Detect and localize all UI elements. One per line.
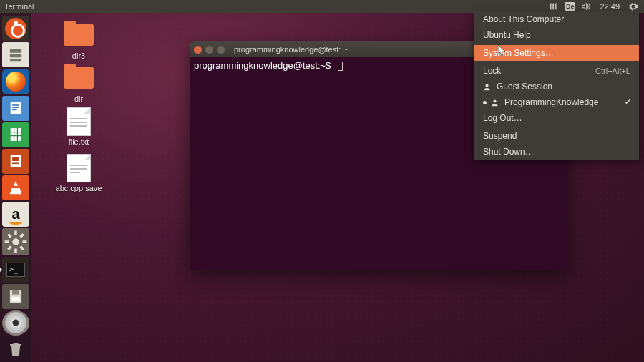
- launcher-dvd[interactable]: [2, 310, 29, 336]
- desktop-file-txt[interactable]: file.txt: [50, 107, 107, 146]
- svg-rect-9: [12, 157, 19, 162]
- svg-rect-12: [12, 290, 19, 295]
- launcher-impress[interactable]: [2, 149, 29, 174]
- menu-item-label: Lock: [483, 66, 501, 76]
- svg-rect-1: [10, 54, 21, 57]
- svg-rect-7: [11, 128, 21, 141]
- amazon-icon: a: [11, 206, 19, 222]
- svg-rect-4: [12, 104, 19, 106]
- svg-point-15: [493, 99, 496, 102]
- menu-item-label: Shut Down…: [483, 147, 534, 157]
- launcher: a >_: [0, 13, 31, 362]
- settings-icon: [2, 228, 29, 255]
- window-maximize-button[interactable]: [217, 46, 225, 54]
- terminal-title: programmingknowledge@test: ~: [234, 45, 348, 54]
- person-icon: [483, 83, 491, 91]
- menu-current-user[interactable]: ProgrammingKnowledge: [474, 94, 639, 110]
- system-menu: About This Computer Ubuntu Help System S…: [474, 11, 639, 160]
- trash-icon: [6, 339, 26, 359]
- desktop-icon-label: abc.cpp.save: [50, 184, 107, 192]
- window-close-button[interactable]: [194, 46, 202, 54]
- menu-shortcut: Ctrl+Alt+L: [595, 67, 630, 75]
- menu-suspend[interactable]: Suspend: [474, 128, 639, 144]
- launcher-software-center[interactable]: [2, 175, 29, 200]
- desktop-icon-label: dir3: [50, 52, 107, 60]
- active-app-title: Terminal: [4, 2, 34, 11]
- folder-icon: [64, 67, 94, 89]
- menu-ubuntu-help[interactable]: Ubuntu Help: [474, 27, 639, 43]
- menu-item-label: Log Out…: [483, 113, 522, 123]
- svg-rect-13: [11, 297, 19, 302]
- svg-rect-10: [12, 163, 19, 165]
- terminal-cursor: [338, 62, 343, 71]
- folder-icon: [64, 24, 94, 46]
- software-center-icon: [6, 179, 25, 197]
- launcher-terminal[interactable]: >_: [2, 257, 29, 282]
- launcher-amazon[interactable]: a: [2, 202, 29, 227]
- desktop-folder-dir3[interactable]: dir3: [50, 20, 107, 60]
- desktop-file-cpp[interactable]: abc.cpp.save: [50, 154, 107, 192]
- menu-shutdown[interactable]: Shut Down…: [474, 144, 639, 160]
- menu-about-computer[interactable]: About This Computer: [474, 11, 639, 27]
- menu-item-label: Guest Session: [497, 82, 552, 92]
- launcher-trash[interactable]: [2, 337, 29, 362]
- desktop-icon-label: file.txt: [50, 137, 107, 146]
- ubuntu-logo-icon: [5, 18, 26, 39]
- file-icon: [67, 107, 91, 136]
- person-icon: [491, 99, 499, 107]
- window-minimize-button[interactable]: [205, 46, 213, 54]
- desktop-icon-label: dir: [50, 94, 107, 103]
- menu-item-label: System Settings…: [483, 48, 554, 58]
- launcher-removable-disk[interactable]: [2, 284, 29, 309]
- svg-rect-6: [12, 109, 17, 111]
- desktop-folder-dir[interactable]: dir: [50, 63, 107, 103]
- firefox-icon: [6, 72, 26, 92]
- checkmark-icon: [623, 97, 632, 108]
- disk-icon: [6, 287, 25, 305]
- launcher-calc[interactable]: [2, 122, 29, 147]
- menu-guest-session[interactable]: Guest Session: [474, 79, 639, 94]
- launcher-firefox[interactable]: [2, 69, 29, 94]
- terminal-icon: >_: [6, 263, 25, 277]
- calc-icon: [6, 125, 25, 144]
- menu-item-label: Ubuntu Help: [483, 30, 531, 40]
- keyboard-layout-indicator[interactable]: De: [565, 2, 576, 11]
- writer-icon: [6, 99, 25, 117]
- menu-separator: [474, 44, 639, 44]
- launcher-system-settings[interactable]: [2, 228, 29, 255]
- menu-logout[interactable]: Log Out…: [474, 110, 639, 126]
- svg-rect-2: [10, 59, 21, 61]
- files-icon: [6, 46, 25, 64]
- terminal-prompt: programmingknowledge@test:~$: [194, 60, 331, 71]
- launcher-files[interactable]: [2, 42, 29, 67]
- menu-item-label: About This Computer: [483, 14, 564, 24]
- clock[interactable]: 22:49: [597, 2, 623, 11]
- launcher-writer[interactable]: [2, 96, 29, 121]
- svg-point-14: [485, 84, 488, 87]
- svg-point-11: [12, 239, 19, 246]
- menu-separator: [474, 62, 639, 62]
- launcher-dash[interactable]: [2, 16, 29, 41]
- dvd-icon: [5, 312, 26, 333]
- menu-item-label: Suspend: [483, 131, 517, 141]
- impress-icon: [6, 152, 25, 170]
- file-icon: [67, 154, 91, 182]
- svg-rect-5: [12, 107, 19, 108]
- menu-item-label: ProgrammingKnowledge: [504, 97, 598, 107]
- menu-lock[interactable]: Lock Ctrl+Alt+L: [474, 63, 639, 79]
- svg-rect-0: [10, 49, 21, 53]
- menu-system-settings[interactable]: System Settings…: [474, 45, 639, 61]
- bullet-icon: [483, 101, 487, 104]
- menu-separator: [474, 127, 639, 127]
